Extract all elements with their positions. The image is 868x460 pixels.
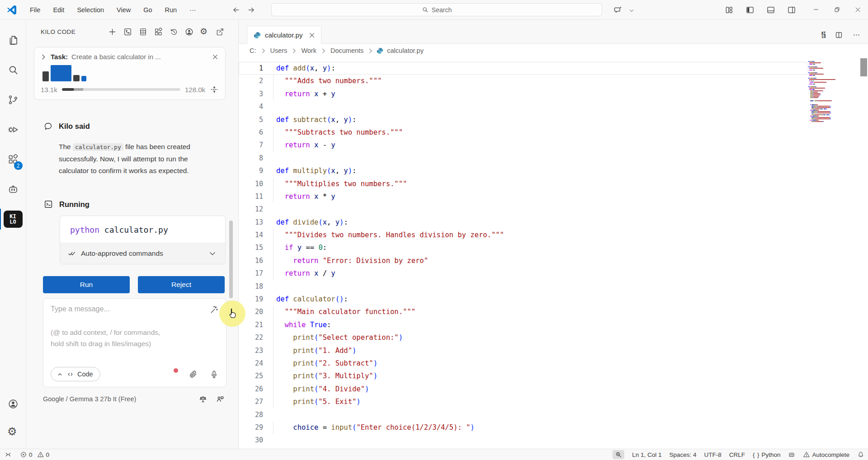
run-button[interactable]: Run xyxy=(43,276,130,293)
activity-search-icon[interactable] xyxy=(0,55,26,85)
cursor-position[interactable]: Ln 1, Col 1 xyxy=(632,451,661,458)
indentation[interactable]: Spaces: 4 xyxy=(670,451,697,458)
forward-arrow-icon[interactable] xyxy=(247,5,256,14)
breadcrumb-item[interactable]: Users xyxy=(269,47,288,54)
model-name[interactable]: Google / Gemma 3 27b It (Free) xyxy=(43,395,136,403)
editor-scrollbar[interactable] xyxy=(860,58,867,76)
enhance-prompt-wand-icon[interactable] xyxy=(209,305,219,315)
language-mode[interactable]: { } Python xyxy=(753,451,780,458)
problems-indicator[interactable]: 0 0 xyxy=(20,451,49,458)
menu-file[interactable]: File xyxy=(24,4,47,16)
restore-button[interactable] xyxy=(826,0,847,20)
breadcrumb-item[interactable]: Documents xyxy=(330,47,364,54)
minimap-line xyxy=(808,88,854,89)
task-card[interactable]: Task: Create a basic calculator in ... 1… xyxy=(34,47,226,100)
autocomplete-status[interactable]: Autocomplete xyxy=(803,451,849,458)
more-actions-icon[interactable] xyxy=(852,31,861,39)
minimap-line xyxy=(808,71,854,72)
message-composer[interactable]: Type a message... (@ to add context, / f… xyxy=(43,298,226,387)
minimap-line xyxy=(808,111,854,112)
code-line-21: 21 while True: xyxy=(239,319,807,331)
account-icon[interactable] xyxy=(184,27,194,37)
activity-settings-gear-icon[interactable]: ⚙ xyxy=(0,418,26,446)
tab-calculator-py[interactable]: calculator.py xyxy=(247,26,321,44)
copilot-status-icon[interactable] xyxy=(788,451,795,458)
copilot-chat-icon[interactable] xyxy=(611,3,625,17)
split-editor-icon[interactable] xyxy=(835,31,843,39)
chevron-down-icon[interactable] xyxy=(625,3,638,17)
menu-selection[interactable]: Selection xyxy=(71,4,110,16)
activity-run-debug-icon[interactable] xyxy=(0,115,26,145)
sidebar-header: KILO CODE ⚙ xyxy=(26,20,238,41)
zoom-indicator[interactable] xyxy=(613,450,624,459)
breadcrumb-item[interactable]: Work xyxy=(300,47,317,54)
minimap-line xyxy=(808,80,854,81)
line-number: 15 xyxy=(239,241,263,254)
double-check-icon xyxy=(67,249,76,258)
feedback-person-icon[interactable] xyxy=(216,394,225,404)
menu-view[interactable]: View xyxy=(110,4,137,16)
kilo-code-action-icon[interactable]: KILO xyxy=(821,32,826,38)
new-task-plus-icon[interactable] xyxy=(108,27,117,37)
title-bar: FileEditSelectionViewGoRun··· Search xyxy=(0,0,868,20)
minimize-button[interactable] xyxy=(806,0,826,20)
toggle-panel-icon[interactable] xyxy=(764,3,778,17)
activity-extensions-icon[interactable]: 2 xyxy=(0,145,26,174)
menu-run[interactable]: Run xyxy=(159,4,184,16)
code-line-7: 7 return x - y xyxy=(239,139,807,151)
encoding[interactable]: UTF-8 xyxy=(704,451,722,458)
mode-selector[interactable]: Code xyxy=(51,367,100,381)
reject-button[interactable]: Reject xyxy=(138,276,225,293)
minimap-line xyxy=(808,66,854,67)
auto-approved-row[interactable]: Auto-approved commands xyxy=(60,243,225,264)
error-icon xyxy=(20,451,27,458)
open-external-icon[interactable] xyxy=(215,27,225,37)
sidebar-scrollbar[interactable] xyxy=(229,221,233,298)
indent-guide xyxy=(273,229,274,241)
line-number: 10 xyxy=(239,178,263,190)
command-approval-card: python calculator.py Auto-approved comma… xyxy=(60,216,226,264)
chevron-down-icon[interactable] xyxy=(208,249,217,258)
minimap-line xyxy=(808,84,854,84)
settings-gear-icon[interactable]: ⚙ xyxy=(200,27,209,37)
notifications-bell-icon[interactable] xyxy=(857,451,864,458)
minimap[interactable] xyxy=(808,61,854,122)
activity-chat-robot-icon[interactable] xyxy=(0,174,26,204)
code-pane[interactable]: 1def add(x, y):2 """Adds two numbers."""… xyxy=(239,57,807,449)
chevron-right-icon[interactable] xyxy=(40,53,47,61)
activity-kilo-code-icon[interactable]: KILO xyxy=(0,204,26,234)
prompts-icon[interactable] xyxy=(138,27,148,37)
toggle-primary-sidebar-icon[interactable] xyxy=(743,3,757,17)
task-close-icon[interactable] xyxy=(212,53,219,61)
menu-edit[interactable]: Edit xyxy=(47,4,71,16)
microphone-icon[interactable] xyxy=(209,370,219,379)
close-button[interactable] xyxy=(847,0,868,20)
activity-source-control-icon[interactable] xyxy=(0,85,26,115)
code-line-2: 2 """Adds two numbers.""" xyxy=(239,75,807,87)
minimap-line xyxy=(808,92,854,93)
menu-go[interactable]: Go xyxy=(137,4,158,16)
breadcrumb-file[interactable]: calculator.py xyxy=(386,47,425,54)
breadcrumb-item[interactable]: C: xyxy=(249,47,257,54)
marketplace-icon[interactable] xyxy=(154,27,163,37)
condense-context-icon[interactable] xyxy=(210,85,219,94)
toggle-secondary-sidebar-icon[interactable] xyxy=(785,3,798,17)
scale-balance-icon[interactable] xyxy=(198,394,208,404)
indent-guide xyxy=(273,190,274,203)
back-arrow-icon[interactable] xyxy=(231,5,241,14)
line-number: 26 xyxy=(239,383,263,395)
command-center-search[interactable]: Search xyxy=(271,3,602,16)
menu-more-icon[interactable]: ··· xyxy=(183,4,203,16)
minimap-line xyxy=(808,74,854,75)
eol-sequence[interactable]: CRLF xyxy=(729,451,745,458)
customize-layout-icon[interactable] xyxy=(722,3,736,17)
activity-account-icon[interactable] xyxy=(0,390,26,418)
activity-explorer-icon[interactable] xyxy=(0,25,26,55)
tab-close-icon[interactable] xyxy=(308,32,316,39)
code-editor[interactable]: 1def add(x, y):2 """Adds two numbers."""… xyxy=(239,57,868,449)
attach-paperclip-icon[interactable] xyxy=(188,370,198,379)
remote-indicator-icon[interactable] xyxy=(5,451,12,458)
mcp-servers-icon[interactable] xyxy=(123,27,132,37)
code-line-4: 4 xyxy=(239,100,807,113)
history-icon[interactable] xyxy=(169,27,179,37)
